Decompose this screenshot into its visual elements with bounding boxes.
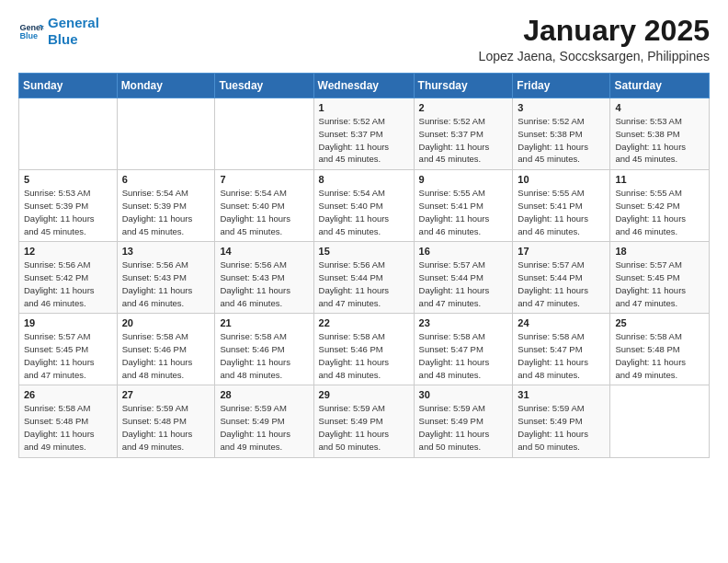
- day-number: 5: [24, 174, 112, 185]
- calendar-cell: 9Sunrise: 5:55 AM Sunset: 5:41 PM Daylig…: [414, 170, 513, 242]
- day-info: Sunrise: 5:56 AM Sunset: 5:44 PM Dayligh…: [319, 259, 409, 309]
- calendar-cell: 10Sunrise: 5:55 AM Sunset: 5:41 PM Dayli…: [513, 170, 610, 242]
- calendar-cell: 13Sunrise: 5:56 AM Sunset: 5:43 PM Dayli…: [117, 242, 215, 314]
- calendar-cell: 1Sunrise: 5:52 AM Sunset: 5:37 PM Daylig…: [313, 98, 414, 170]
- day-info: Sunrise: 5:59 AM Sunset: 5:49 PM Dayligh…: [419, 402, 508, 453]
- day-info: Sunrise: 5:59 AM Sunset: 5:49 PM Dayligh…: [518, 402, 605, 453]
- day-info: Sunrise: 5:52 AM Sunset: 5:37 PM Dayligh…: [319, 115, 409, 166]
- day-number: 25: [615, 317, 704, 328]
- day-number: 3: [518, 102, 605, 113]
- day-header-tuesday: Tuesday: [215, 74, 313, 98]
- calendar-table: SundayMondayTuesdayWednesdayThursdayFrid…: [18, 73, 710, 457]
- calendar-cell: [610, 385, 710, 457]
- calendar-cell: 18Sunrise: 5:57 AM Sunset: 5:45 PM Dayli…: [610, 242, 710, 314]
- day-info: Sunrise: 5:53 AM Sunset: 5:38 PM Dayligh…: [615, 115, 704, 166]
- day-info: Sunrise: 5:59 AM Sunset: 5:49 PM Dayligh…: [220, 402, 308, 453]
- calendar-title: January 2025: [479, 15, 710, 47]
- day-number: 26: [24, 389, 112, 400]
- svg-text:General: General: [19, 23, 44, 32]
- calendar-cell: 2Sunrise: 5:52 AM Sunset: 5:37 PM Daylig…: [414, 98, 513, 170]
- week-row-1: 1Sunrise: 5:52 AM Sunset: 5:37 PM Daylig…: [19, 98, 710, 170]
- day-number: 23: [419, 317, 508, 328]
- calendar-cell: 16Sunrise: 5:57 AM Sunset: 5:44 PM Dayli…: [414, 242, 513, 314]
- calendar-cell: 20Sunrise: 5:58 AM Sunset: 5:46 PM Dayli…: [117, 314, 215, 385]
- day-number: 19: [24, 317, 112, 328]
- day-info: Sunrise: 5:56 AM Sunset: 5:43 PM Dayligh…: [122, 259, 210, 309]
- calendar-cell: 23Sunrise: 5:58 AM Sunset: 5:47 PM Dayli…: [414, 314, 513, 385]
- day-number: 20: [122, 317, 210, 328]
- day-info: Sunrise: 5:54 AM Sunset: 5:39 PM Dayligh…: [122, 187, 210, 237]
- calendar-cell: 8Sunrise: 5:54 AM Sunset: 5:40 PM Daylig…: [313, 170, 414, 242]
- day-number: 27: [122, 389, 210, 400]
- calendar-cell: 21Sunrise: 5:58 AM Sunset: 5:46 PM Dayli…: [215, 314, 313, 385]
- day-number: 31: [518, 389, 605, 400]
- day-info: Sunrise: 5:52 AM Sunset: 5:37 PM Dayligh…: [419, 115, 508, 166]
- calendar-subtitle: Lopez Jaena, Soccsksargen, Philippines: [479, 49, 710, 63]
- logo-icon: General Blue: [18, 18, 44, 44]
- calendar-cell: 4Sunrise: 5:53 AM Sunset: 5:38 PM Daylig…: [610, 98, 710, 170]
- day-number: 9: [419, 174, 508, 185]
- day-info: Sunrise: 5:53 AM Sunset: 5:39 PM Dayligh…: [24, 187, 112, 237]
- calendar-cell: 24Sunrise: 5:58 AM Sunset: 5:47 PM Dayli…: [513, 314, 610, 385]
- day-info: Sunrise: 5:57 AM Sunset: 5:44 PM Dayligh…: [419, 259, 508, 309]
- day-number: 13: [122, 246, 210, 257]
- day-number: 4: [615, 102, 704, 113]
- week-row-5: 26Sunrise: 5:58 AM Sunset: 5:48 PM Dayli…: [19, 385, 710, 457]
- day-info: Sunrise: 5:57 AM Sunset: 5:45 PM Dayligh…: [24, 330, 112, 381]
- calendar-cell: 15Sunrise: 5:56 AM Sunset: 5:44 PM Dayli…: [313, 242, 414, 314]
- days-header-row: SundayMondayTuesdayWednesdayThursdayFrid…: [19, 74, 710, 98]
- week-row-4: 19Sunrise: 5:57 AM Sunset: 5:45 PM Dayli…: [19, 314, 710, 385]
- calendar-cell: 25Sunrise: 5:58 AM Sunset: 5:48 PM Dayli…: [610, 314, 710, 385]
- day-number: 15: [319, 246, 409, 257]
- calendar-cell: 19Sunrise: 5:57 AM Sunset: 5:45 PM Dayli…: [19, 314, 118, 385]
- calendar-cell: [19, 98, 118, 170]
- calendar-cell: 12Sunrise: 5:56 AM Sunset: 5:42 PM Dayli…: [19, 242, 118, 314]
- day-header-sunday: Sunday: [19, 74, 118, 98]
- calendar-cell: 6Sunrise: 5:54 AM Sunset: 5:39 PM Daylig…: [117, 170, 215, 242]
- day-info: Sunrise: 5:56 AM Sunset: 5:43 PM Dayligh…: [220, 259, 308, 309]
- day-number: 16: [419, 246, 508, 257]
- day-info: Sunrise: 5:57 AM Sunset: 5:45 PM Dayligh…: [615, 259, 704, 309]
- day-info: Sunrise: 5:58 AM Sunset: 5:47 PM Dayligh…: [518, 330, 605, 381]
- day-number: 29: [319, 389, 409, 400]
- calendar-cell: 7Sunrise: 5:54 AM Sunset: 5:40 PM Daylig…: [215, 170, 313, 242]
- day-number: 24: [518, 317, 605, 328]
- day-info: Sunrise: 5:59 AM Sunset: 5:49 PM Dayligh…: [319, 402, 409, 453]
- day-info: Sunrise: 5:55 AM Sunset: 5:41 PM Dayligh…: [518, 187, 605, 237]
- day-info: Sunrise: 5:58 AM Sunset: 5:48 PM Dayligh…: [24, 402, 112, 453]
- day-info: Sunrise: 5:52 AM Sunset: 5:38 PM Dayligh…: [518, 115, 605, 166]
- calendar-cell: 26Sunrise: 5:58 AM Sunset: 5:48 PM Dayli…: [19, 385, 118, 457]
- page-header: General Blue General Blue January 2025 L…: [18, 15, 710, 63]
- day-info: Sunrise: 5:55 AM Sunset: 5:42 PM Dayligh…: [615, 187, 704, 237]
- week-row-2: 5Sunrise: 5:53 AM Sunset: 5:39 PM Daylig…: [19, 170, 710, 242]
- week-row-3: 12Sunrise: 5:56 AM Sunset: 5:42 PM Dayli…: [19, 242, 710, 314]
- title-block: January 2025 Lopez Jaena, Soccsksargen, …: [479, 15, 710, 63]
- day-number: 22: [319, 317, 409, 328]
- calendar-cell: [117, 98, 215, 170]
- day-info: Sunrise: 5:58 AM Sunset: 5:48 PM Dayligh…: [615, 330, 704, 381]
- day-info: Sunrise: 5:54 AM Sunset: 5:40 PM Dayligh…: [319, 187, 409, 237]
- day-header-monday: Monday: [117, 74, 215, 98]
- day-info: Sunrise: 5:58 AM Sunset: 5:46 PM Dayligh…: [319, 330, 409, 381]
- day-number: 2: [419, 102, 508, 113]
- day-number: 6: [122, 174, 210, 185]
- day-number: 17: [518, 246, 605, 257]
- logo: General Blue General Blue: [18, 15, 99, 48]
- day-info: Sunrise: 5:58 AM Sunset: 5:46 PM Dayligh…: [122, 330, 210, 381]
- day-number: 30: [419, 389, 508, 400]
- day-header-friday: Friday: [513, 74, 610, 98]
- day-number: 10: [518, 174, 605, 185]
- day-number: 14: [220, 246, 308, 257]
- calendar-cell: 30Sunrise: 5:59 AM Sunset: 5:49 PM Dayli…: [414, 385, 513, 457]
- calendar-cell: 28Sunrise: 5:59 AM Sunset: 5:49 PM Dayli…: [215, 385, 313, 457]
- day-number: 1: [319, 102, 409, 113]
- day-info: Sunrise: 5:58 AM Sunset: 5:46 PM Dayligh…: [220, 330, 308, 381]
- calendar-cell: 5Sunrise: 5:53 AM Sunset: 5:39 PM Daylig…: [19, 170, 118, 242]
- day-number: 8: [319, 174, 409, 185]
- day-number: 28: [220, 389, 308, 400]
- day-info: Sunrise: 5:58 AM Sunset: 5:47 PM Dayligh…: [419, 330, 508, 381]
- calendar-cell: 3Sunrise: 5:52 AM Sunset: 5:38 PM Daylig…: [513, 98, 610, 170]
- calendar-cell: 31Sunrise: 5:59 AM Sunset: 5:49 PM Dayli…: [513, 385, 610, 457]
- day-header-wednesday: Wednesday: [313, 74, 414, 98]
- day-header-saturday: Saturday: [610, 74, 710, 98]
